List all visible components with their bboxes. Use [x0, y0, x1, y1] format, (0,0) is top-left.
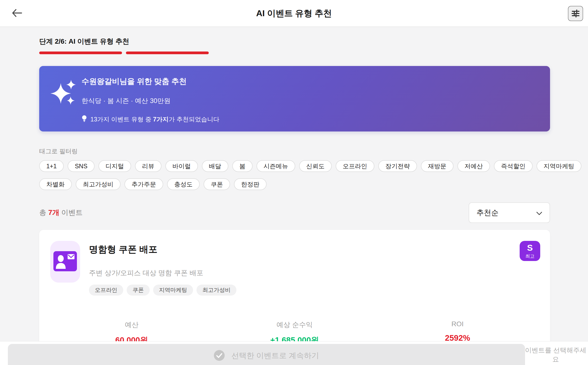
filter-tag[interactable]: 바이럴 — [165, 160, 198, 172]
list-header: 총 7개 이벤트 추천순 — [39, 202, 550, 223]
filter-tag[interactable]: 디지털 — [98, 160, 131, 172]
filter-tag[interactable]: 오프라인 — [336, 160, 374, 172]
event-tag: 최고가성비 — [196, 285, 236, 296]
banner-title: 수원왕갈비님을 위한 맞춤 추천 — [82, 76, 550, 87]
filter-tag[interactable]: 배달 — [202, 160, 228, 172]
filter-tag-row-2: 차별화최고가성비추가주문충성도쿠폰한정판 — [39, 178, 550, 190]
filter-tag[interactable]: 추가주문 — [124, 178, 163, 190]
stat-profit-label: 예상 순수익 — [213, 320, 376, 329]
stat-budget-label: 예산 — [50, 320, 213, 329]
event-card-texts: 명함형 쿠폰 배포 주변 상가/오피스 대상 명함 쿠폰 배포 오프라인쿠폰지역… — [89, 241, 236, 296]
stat-roi-label: ROI — [376, 320, 539, 328]
filter-tag[interactable]: 충성도 — [167, 178, 200, 190]
progress-segment — [126, 52, 209, 54]
back-button[interactable] — [10, 6, 24, 20]
filter-tag[interactable]: 봄 — [232, 160, 253, 172]
event-card-head: 명함형 쿠폰 배포 주변 상가/오피스 대상 명함 쿠폰 배포 오프라인쿠폰지역… — [50, 241, 539, 296]
event-tag: 지역마케팅 — [153, 285, 193, 296]
filter-label: 태그로 필터링 — [39, 147, 550, 155]
event-count: 총 7개 이벤트 — [39, 208, 83, 218]
progress-segment — [39, 52, 122, 54]
select-hint: 이벤트를 선택해주세요 — [525, 346, 587, 364]
grade-letter: S — [527, 243, 533, 252]
continue-button[interactable]: 선택한 이벤트로 계속하기 — [8, 344, 525, 365]
event-card[interactable]: 명함형 쿠폰 배포 주변 상가/오피스 대상 명함 쿠폰 배포 오프라인쿠폰지역… — [39, 230, 550, 352]
settings-button[interactable] — [568, 6, 583, 21]
event-title: 명함형 쿠폰 배포 — [89, 243, 236, 256]
filter-tag[interactable]: 리뷰 — [135, 160, 161, 172]
banner-info: 13가지 이벤트 유형 중 7가지가 추천되었습니다 — [82, 115, 550, 123]
sort-select[interactable]: 추천순 — [469, 202, 550, 223]
filter-tag[interactable]: 장기전략 — [378, 160, 417, 172]
banner-info-text: 13가지 이벤트 유형 중 7가지가 추천되었습니다 — [90, 115, 219, 123]
filter-tag[interactable]: SNS — [68, 160, 94, 172]
filter-tag[interactable]: 지역마케팅 — [537, 160, 581, 172]
filter-tag-row-1: 1+1SNS디지털리뷰바이럴배달봄시즌메뉴신뢰도오프라인장기전략재방문저예산즉석… — [39, 160, 550, 172]
arrow-left-icon — [12, 9, 23, 18]
filter-tag[interactable]: 시즌메뉴 — [257, 160, 295, 172]
banner-subtitle: 한식당 · 봄 시즌 · 예산 30만원 — [82, 96, 550, 105]
step-label: 단계 2/6: AI 이벤트 유형 추천 — [39, 37, 550, 46]
event-tag: 쿠폰 — [127, 285, 150, 296]
grade-label: 최고 — [525, 254, 535, 259]
sort-select-value: 추천순 — [477, 208, 499, 218]
filter-tag[interactable]: 즉석할인 — [494, 160, 533, 172]
lightbulb-icon — [82, 115, 87, 123]
filter-tag[interactable]: 차별화 — [39, 178, 72, 190]
main-content: 단계 2/6: AI 이벤트 유형 추천 수원왕갈비님을 위한 맞춤 추천 한식… — [0, 37, 588, 352]
filter-tag[interactable]: 1+1 — [39, 160, 64, 172]
filter-tag[interactable]: 저예산 — [457, 160, 490, 172]
page-title: AI 이벤트 유형 추천 — [256, 8, 332, 19]
app-header: AI 이벤트 유형 추천 — [0, 0, 588, 27]
filter-tag[interactable]: 한정판 — [234, 178, 267, 190]
sliders-icon — [571, 9, 580, 18]
event-icon-tile — [50, 241, 80, 283]
filter-tag[interactable]: 쿠폰 — [204, 178, 230, 190]
filter-tag[interactable]: 재방문 — [421, 160, 453, 172]
filter-tag[interactable]: 최고가성비 — [76, 178, 121, 190]
bottom-bar: 선택한 이벤트로 계속하기 이벤트를 선택해주세요 — [0, 341, 588, 365]
check-circle-icon — [214, 350, 225, 362]
grade-badge: S 최고 — [520, 241, 540, 261]
contact-card-icon — [53, 251, 77, 272]
event-subtitle: 주변 상가/오피스 대상 명함 쿠폰 배포 — [89, 268, 236, 278]
filter-tag[interactable]: 신뢰도 — [299, 160, 332, 172]
chevron-down-icon — [536, 209, 542, 217]
continue-button-label: 선택한 이벤트로 계속하기 — [231, 351, 319, 361]
progress-bar — [39, 52, 550, 54]
sparkles-icon — [50, 78, 77, 108]
ai-recommendation-banner: 수원왕갈비님을 위한 맞춤 추천 한식당 · 봄 시즌 · 예산 30만원 13… — [39, 66, 550, 131]
event-tag-row: 오프라인쿠폰지역마케팅최고가성비 — [89, 285, 236, 296]
event-tag: 오프라인 — [89, 285, 123, 296]
